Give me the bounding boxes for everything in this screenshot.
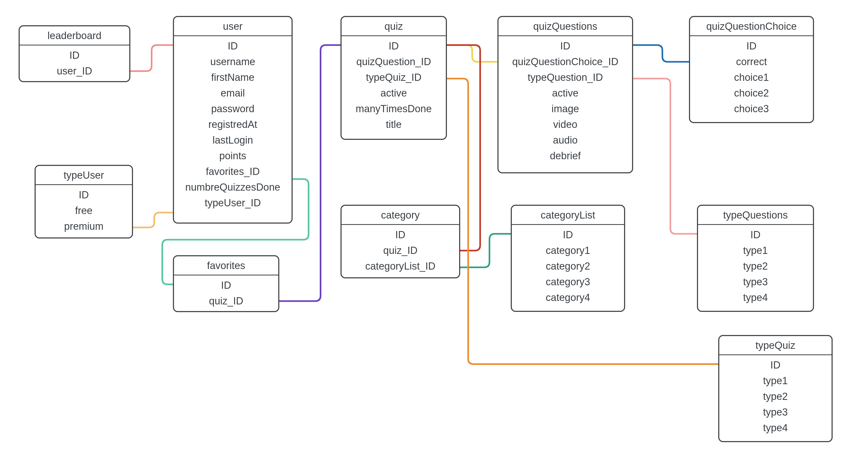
entity-field: video <box>498 117 632 132</box>
entity-title: leaderboard <box>20 26 129 45</box>
entity-leaderboard[interactable]: leaderboardIDuser_ID <box>19 25 130 82</box>
entity-field: correct <box>690 54 813 70</box>
entity-categoryList[interactable]: categoryListIDcategory1category2category… <box>511 205 625 312</box>
connector <box>633 45 689 62</box>
entity-quiz[interactable]: quizIDquizQuestion_IDtypeQuiz_IDactivema… <box>341 16 447 140</box>
connector <box>130 45 173 71</box>
entity-field: ID <box>20 47 129 63</box>
entity-title: category <box>342 206 459 225</box>
entity-field: ID <box>342 38 446 54</box>
entity-field: categoryList_ID <box>342 258 459 274</box>
entity-typeQuestions[interactable]: typeQuestionsIDtype1type2type3type4 <box>697 205 814 312</box>
entity-field: type2 <box>698 258 813 274</box>
entity-category[interactable]: categoryIDquiz_IDcategoryList_ID <box>341 205 460 278</box>
connector <box>133 213 173 228</box>
entity-field: type1 <box>719 373 832 389</box>
entity-field: type3 <box>698 274 813 290</box>
entity-title: favorites <box>174 256 278 275</box>
entity-field: choice3 <box>690 101 813 117</box>
entity-field: quiz_ID <box>174 293 278 309</box>
entity-field: user_ID <box>20 63 129 79</box>
entity-field: typeQuiz_ID <box>342 70 446 85</box>
entity-field: type3 <box>719 404 832 420</box>
entity-quizQuestions[interactable]: quizQuestionsIDquizQuestionChoice_IDtype… <box>497 16 633 173</box>
entity-field: choice1 <box>690 70 813 85</box>
entity-field: registredAt <box>174 117 291 132</box>
connector <box>633 79 697 234</box>
entity-title: typeQuestions <box>698 206 813 225</box>
entity-title: quiz <box>342 17 446 36</box>
entity-field: password <box>174 101 291 117</box>
entity-field: category2 <box>512 258 624 274</box>
entity-title: user <box>174 17 291 36</box>
entity-field: email <box>174 85 291 101</box>
entity-field: category3 <box>512 274 624 290</box>
entity-title: quizQuestionChoice <box>690 17 813 36</box>
entity-field: image <box>498 101 632 117</box>
entity-field: typeQuestion_ID <box>498 70 632 85</box>
entity-field: free <box>36 203 132 219</box>
entity-field: type2 <box>719 389 832 404</box>
entity-field: choice2 <box>690 85 813 101</box>
entity-typeUser[interactable]: typeUserIDfreepremium <box>35 165 133 238</box>
entity-field: audio <box>498 132 632 148</box>
connector <box>460 234 511 267</box>
entity-field: quizQuestion_ID <box>342 54 446 70</box>
entity-field: active <box>342 85 446 101</box>
entity-field: category1 <box>512 243 624 258</box>
entity-field: type1 <box>698 243 813 258</box>
er-diagram-canvas: leaderboardIDuser_IDuserIDusernamefirstN… <box>0 0 868 465</box>
entity-field: favorites_ID <box>174 164 291 179</box>
entity-field: ID <box>174 38 291 54</box>
entity-field: ID <box>719 357 832 373</box>
entity-field: ID <box>174 277 278 293</box>
entity-typeQuiz[interactable]: typeQuizIDtype1type2type3type4 <box>718 335 833 442</box>
entity-field: quizQuestionChoice_ID <box>498 54 632 70</box>
entity-field: quiz_ID <box>342 243 459 258</box>
entity-field: ID <box>512 227 624 243</box>
entity-field: debrief <box>498 148 632 164</box>
entity-field: lastLogin <box>174 132 291 148</box>
entity-field: typeUser_ID <box>174 195 291 211</box>
entity-field: type4 <box>698 290 813 305</box>
entity-field: type4 <box>719 420 832 436</box>
entity-title: categoryList <box>512 206 624 225</box>
entity-field: ID <box>498 38 632 54</box>
connector <box>447 45 497 62</box>
entity-field: ID <box>698 227 813 243</box>
entity-field: category4 <box>512 290 624 305</box>
entity-field: ID <box>690 38 813 54</box>
entity-title: typeQuiz <box>719 336 832 355</box>
entity-field: title <box>342 117 446 132</box>
entity-field: premium <box>36 219 132 234</box>
entity-title: quizQuestions <box>498 17 632 36</box>
entity-title: typeUser <box>36 166 132 185</box>
entity-user[interactable]: userIDusernamefirstNameemailpasswordregi… <box>173 16 292 224</box>
entity-field: username <box>174 54 291 70</box>
entity-field: active <box>498 85 632 101</box>
entity-field: manyTimesDone <box>342 101 446 117</box>
entity-quizQuestionChoice[interactable]: quizQuestionChoiceIDcorrectchoice1choice… <box>689 16 814 123</box>
entity-field: numbreQuizzesDone <box>174 179 291 195</box>
entity-field: points <box>174 148 291 164</box>
entity-field: ID <box>342 227 459 243</box>
entity-field: firstName <box>174 70 291 85</box>
entity-field: ID <box>36 187 132 203</box>
entity-favorites[interactable]: favoritesIDquiz_ID <box>173 255 279 312</box>
